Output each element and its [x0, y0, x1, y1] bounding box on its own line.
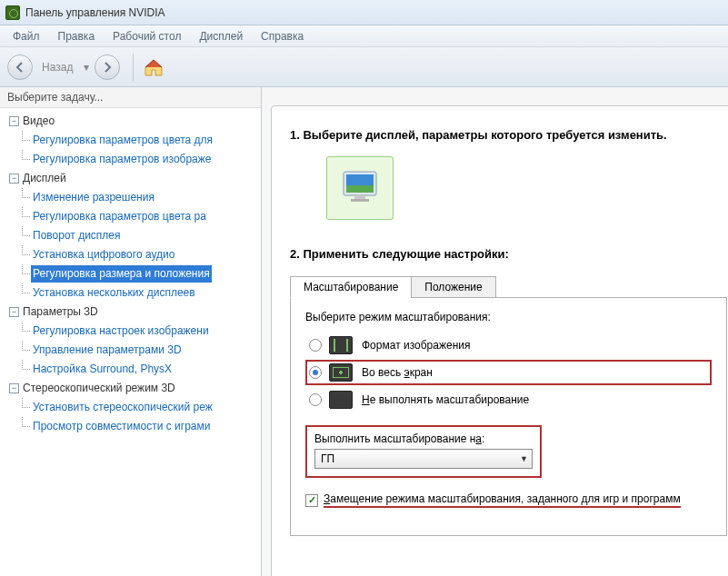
menu-desktop[interactable]: Рабочий стол: [104, 27, 190, 45]
tree-item[interactable]: Регулировка параметров цвета ра: [31, 208, 208, 225]
perform-scaling-on-block: Выполнить масштабирование на: ГП ▼: [305, 425, 542, 478]
tree-item[interactable]: Регулировка параметров цвета для: [31, 132, 214, 149]
arrow-right-icon: [101, 61, 114, 74]
radio-fullscreen[interactable]: Во весь экран: [305, 360, 712, 385]
tree-item[interactable]: Установить стереоскопический реж: [31, 399, 214, 416]
nvidia-icon: [5, 5, 20, 20]
aspect-icon: [329, 336, 353, 354]
home-icon: [143, 57, 165, 77]
tree-item[interactable]: Регулировка параметров изображе: [31, 151, 213, 168]
svg-rect-3: [354, 195, 365, 199]
menu-file[interactable]: Файл: [4, 27, 49, 45]
tree-item[interactable]: Управление параметрами 3D: [31, 342, 184, 359]
step2-title: 2. Применить следующие настройки:: [290, 247, 727, 261]
sidebar: Выберите задачу... − Видео Регулировка п…: [0, 87, 262, 576]
collapse-icon[interactable]: −: [9, 383, 19, 393]
scaling-mode-label: Выберите режим масштабирования:: [305, 311, 712, 323]
menu-help[interactable]: Справка: [252, 27, 313, 45]
svg-rect-2: [346, 185, 374, 193]
home-button[interactable]: [143, 57, 165, 77]
menubar: Файл Правка Рабочий стол Дисплей Справка: [0, 25, 728, 47]
step1-title: 1. Выберите дисплей, параметры которого …: [290, 128, 727, 142]
tab-position[interactable]: Положение: [411, 276, 495, 298]
arrow-left-icon: [14, 61, 26, 74]
forward-button[interactable]: [95, 55, 120, 80]
tab-content-scaling: Выберите режим масштабирования: Формат и…: [290, 298, 727, 536]
display-selector[interactable]: [326, 156, 394, 220]
back-label: Назад: [42, 61, 73, 74]
toolbar: Назад ▾: [0, 47, 728, 87]
perform-on-combo[interactable]: ГП ▼: [314, 449, 533, 469]
tree-item[interactable]: Установка нескольких дисплеев: [31, 284, 197, 302]
tabs: Масштабирование Положение: [290, 275, 727, 298]
back-button[interactable]: [7, 55, 33, 80]
monitor-icon: [338, 166, 382, 210]
chevron-down-icon: ▼: [520, 454, 528, 463]
toolbar-separator: [133, 54, 134, 81]
collapse-icon[interactable]: −: [9, 116, 19, 126]
collapse-icon[interactable]: −: [9, 307, 19, 317]
menu-edit[interactable]: Правка: [49, 27, 105, 45]
perform-on-label: Выполнить масштабирование на:: [314, 432, 533, 445]
checkbox-checked-icon: [305, 494, 318, 507]
task-tree: − Видео Регулировка параметров цвета для…: [0, 108, 261, 440]
tree-group-display[interactable]: − Дисплей: [9, 169, 261, 188]
tab-scaling[interactable]: Масштабирование: [290, 276, 412, 298]
window-title: Панель управления NVIDIA: [25, 6, 165, 19]
svg-rect-4: [351, 199, 369, 202]
radio-aspect-ratio[interactable]: Формат изображения: [305, 333, 712, 358]
radio-no-scaling[interactable]: Не выполнять масштабирование: [305, 387, 712, 412]
tree-group-3d[interactable]: − Параметры 3D: [9, 303, 261, 322]
tree-item[interactable]: Настройка Surround, PhysX: [31, 361, 174, 378]
back-dropdown-icon[interactable]: ▾: [84, 61, 89, 74]
tree-item[interactable]: Изменение разрешения: [31, 189, 156, 206]
override-checkbox-row[interactable]: Замещение режима масштабирования, заданн…: [305, 492, 712, 508]
radio-icon-checked: [309, 366, 322, 379]
tree-item[interactable]: Регулировка настроек изображени: [31, 323, 211, 340]
tree-item[interactable]: Установка цифрового аудио: [31, 246, 176, 263]
combo-value: ГП: [321, 452, 334, 465]
content-area: 1. Выберите дисплей, параметры которого …: [262, 87, 728, 576]
menu-display[interactable]: Дисплей: [190, 27, 252, 45]
titlebar: Панель управления NVIDIA: [0, 0, 728, 25]
noscale-icon: [329, 391, 353, 409]
tree-item[interactable]: Просмотр совместимости с играми: [31, 418, 212, 435]
radio-icon: [309, 393, 322, 406]
sidebar-header: Выберите задачу...: [0, 87, 261, 108]
collapse-icon[interactable]: −: [9, 174, 19, 184]
tree-group-stereo3d[interactable]: − Стереоскопический режим 3D: [9, 379, 261, 398]
fullscreen-icon: [329, 363, 353, 382]
tree-item[interactable]: Поворот дисплея: [31, 227, 123, 244]
tree-item-selected[interactable]: Регулировка размера и положения: [31, 265, 212, 283]
radio-icon: [309, 339, 322, 352]
tree-group-video[interactable]: − Видео: [9, 112, 261, 131]
